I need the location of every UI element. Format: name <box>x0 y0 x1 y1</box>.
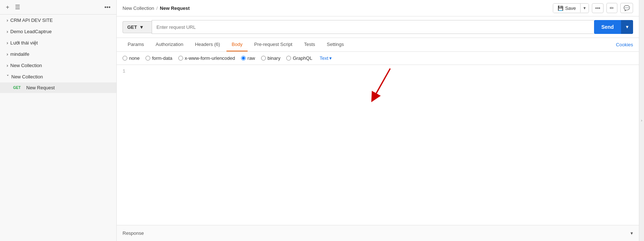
save-icon: 💾 <box>558 5 563 11</box>
sidebar: + ☰ ••• › CRM API DEV SITE › Demo LeadCa… <box>0 0 117 241</box>
toggle-icon: › <box>641 118 642 123</box>
breadcrumb: New Collection / New Request <box>123 5 190 11</box>
radio-form-data[interactable]: form-data <box>146 55 172 61</box>
chevron-right-icon: › <box>7 40 8 46</box>
breadcrumb-current: New Request <box>160 5 190 11</box>
method-label: GET <box>127 24 137 30</box>
topbar: New Collection / New Request 💾 Save ▾ ••… <box>117 0 639 16</box>
request-label: New Request <box>26 85 55 90</box>
radio-raw-label: raw <box>248 55 255 61</box>
sidebar-item-demo[interactable]: › Demo LeadCaptrue <box>0 26 116 37</box>
sidebar-item-new1[interactable]: › New Collection <box>0 60 116 71</box>
radio-graphql[interactable]: GraphQL <box>286 55 312 61</box>
tab-body[interactable]: Body <box>226 38 248 51</box>
radio-form-data-input[interactable] <box>146 56 150 61</box>
response-label: Response <box>123 230 144 236</box>
arrow-annotation <box>357 65 401 109</box>
sidebar-item-luoi[interactable]: › Lưới thái việt <box>0 37 116 48</box>
radio-urlencoded-input[interactable] <box>178 56 183 61</box>
radio-none-input[interactable] <box>123 56 127 61</box>
radio-raw-input[interactable] <box>241 56 246 61</box>
svg-line-1 <box>374 69 390 98</box>
radio-urlencoded[interactable]: x-www-form-urlencoded <box>178 55 235 61</box>
send-button-group: Send ▼ <box>594 20 633 34</box>
sidebar-item-label: CRM API DEV SITE <box>10 18 53 23</box>
save-button[interactable]: 💾 Save <box>553 4 581 13</box>
tab-headers[interactable]: Headers (6) <box>190 38 225 51</box>
content-area: none form-data x-www-form-urlencoded raw… <box>117 52 639 241</box>
send-dropdown-button[interactable]: ▼ <box>621 20 633 34</box>
raw-format-dropdown[interactable]: Text ▾ <box>319 55 332 61</box>
sidebar-item-label: New Collection <box>10 63 42 68</box>
request-bar: GET ▼ Send ▼ <box>117 16 639 38</box>
tab-authorization[interactable]: Authorization <box>151 38 189 51</box>
tabs-bar: Params Authorization Headers (6) Body Pr… <box>117 38 639 52</box>
method-badge: GET <box>13 86 23 90</box>
edit-button[interactable]: ✏ <box>606 3 617 13</box>
tab-tests[interactable]: Tests <box>299 38 320 51</box>
radio-graphql-input[interactable] <box>286 56 291 61</box>
send-button[interactable]: Send <box>594 20 621 34</box>
sidebar-item-label: Lưới thái việt <box>10 40 38 46</box>
sidebar-top-actions: + ☰ ••• <box>0 0 116 15</box>
sidebar-item-label: New Collection <box>11 74 43 79</box>
breadcrumb-separator: / <box>156 5 158 11</box>
tab-prerequest[interactable]: Pre-request Script <box>249 38 298 51</box>
sidebar-more-button[interactable]: ••• <box>103 3 112 11</box>
line-number-1: 1 <box>123 69 125 74</box>
radio-none-label: none <box>129 55 140 61</box>
radio-binary[interactable]: binary <box>261 55 280 61</box>
method-dropdown-icon: ▼ <box>139 24 144 30</box>
cookies-button[interactable]: Cookies <box>616 42 633 47</box>
sidebar-menu-button[interactable]: ☰ <box>13 3 22 11</box>
radio-graphql-label: GraphQL <box>293 55 312 61</box>
chevron-right-icon: › <box>7 18 8 23</box>
radio-urlencoded-label: x-www-form-urlencoded <box>185 55 235 61</box>
body-options: none form-data x-www-form-urlencoded raw… <box>117 52 639 65</box>
radio-binary-label: binary <box>268 55 280 61</box>
sidebar-item-new2[interactable]: ˅ New Collection <box>0 71 116 82</box>
tab-settings[interactable]: Settings <box>322 38 349 51</box>
method-select[interactable]: GET ▼ <box>123 21 152 33</box>
sidebar-item-label: Demo LeadCaptrue <box>10 29 51 34</box>
chevron-right-icon: › <box>7 51 8 57</box>
breadcrumb-parent[interactable]: New Collection <box>123 5 154 11</box>
sidebar-item-new-request[interactable]: GET New Request <box>0 82 116 93</box>
topbar-actions: 💾 Save ▾ ••• ✏ 💬 <box>553 3 633 13</box>
radio-form-data-label: form-data <box>152 55 172 61</box>
response-bar: Response ▾ <box>117 225 639 241</box>
sidebar-item-label: mindalife <box>10 51 29 57</box>
right-panel-toggle[interactable]: › <box>639 0 644 241</box>
comment-button[interactable]: 💬 <box>620 3 633 13</box>
chevron-right-icon: › <box>7 29 8 34</box>
tab-params[interactable]: Params <box>123 38 149 51</box>
add-collection-button[interactable]: + <box>4 3 11 11</box>
chevron-right-icon: › <box>7 63 8 68</box>
response-arrow[interactable]: ▾ <box>631 230 633 236</box>
save-button-group: 💾 Save ▾ <box>553 3 589 13</box>
sidebar-item-mindalife[interactable]: › mindalife <box>0 48 116 60</box>
raw-format-label: Text <box>319 55 328 61</box>
radio-raw[interactable]: raw <box>241 55 255 61</box>
raw-format-arrow: ▾ <box>329 55 332 61</box>
main-area: New Collection / New Request 💾 Save ▾ ••… <box>117 0 639 241</box>
code-editor[interactable]: 1 <box>117 65 639 225</box>
sidebar-item-crm[interactable]: › CRM API DEV SITE <box>0 15 116 26</box>
topbar-more-button[interactable]: ••• <box>592 3 604 13</box>
chevron-down-icon: ˅ <box>7 74 9 79</box>
radio-binary-input[interactable] <box>261 56 266 61</box>
radio-none[interactable]: none <box>123 55 140 61</box>
save-label: Save <box>565 5 576 11</box>
save-dropdown-button[interactable]: ▾ <box>580 4 589 12</box>
url-input[interactable] <box>152 20 594 34</box>
